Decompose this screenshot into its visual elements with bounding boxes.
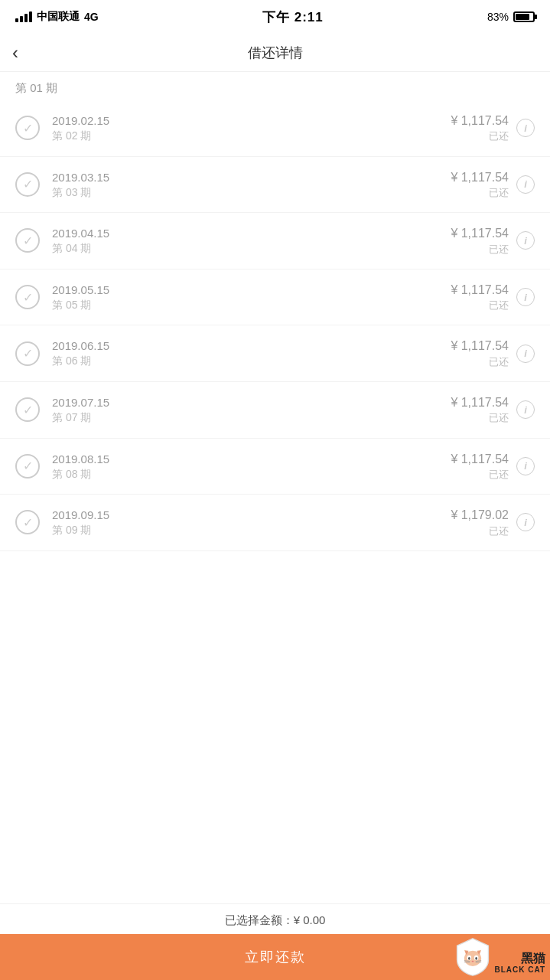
item-amount: ¥ 1,117.54 [451, 394, 509, 411]
item-status: 已还 [451, 355, 509, 369]
cat-english-label: BLACK CAT [494, 965, 545, 974]
item-amount-block: ¥ 1,117.54 已还 [451, 338, 509, 369]
checkmark-icon: ✓ [23, 346, 33, 361]
item-date: 2019.04.15 [52, 225, 451, 241]
item-status: 已还 [451, 186, 509, 200]
item-status: 已还 [451, 129, 509, 143]
item-right: ¥ 1,117.54 已还 i [451, 394, 535, 426]
item-amount-block: ¥ 1,117.54 已还 [451, 282, 509, 313]
item-status: 已还 [451, 299, 509, 312]
status-right: 83% [487, 11, 535, 23]
page-title: 借还详情 [248, 44, 303, 62]
check-circle: ✓ [15, 341, 40, 366]
item-status: 已还 [451, 524, 509, 538]
status-bar: 中国联通 4G 下午 2:11 83% [0, 0, 550, 34]
item-date: 2019.05.15 [52, 282, 451, 298]
checkmark-icon: ✓ [23, 290, 33, 305]
svg-point-7 [468, 957, 470, 960]
header: ‹ 借还详情 [0, 34, 550, 72]
item-info: 2019.02.15 第 02 期 [52, 113, 451, 144]
checkmark-icon: ✓ [23, 177, 33, 191]
checkmark-icon: ✓ [23, 121, 33, 136]
item-info: 2019.06.15 第 06 期 [52, 338, 451, 369]
info-icon[interactable]: i [516, 175, 535, 194]
list-item: ✓ 2019.03.15 第 03 期 ¥ 1,117.54 已还 i [0, 157, 550, 214]
item-amount-block: ¥ 1,117.54 已还 [451, 169, 509, 201]
item-period: 第 03 期 [52, 185, 451, 201]
battery-icon [513, 11, 535, 22]
item-right: ¥ 1,179.02 已还 i [451, 507, 535, 538]
item-date: 2019.06.15 [52, 338, 451, 354]
item-status: 已还 [451, 468, 509, 482]
info-icon[interactable]: i [516, 345, 535, 363]
item-period: 第 02 期 [52, 129, 451, 144]
check-circle: ✓ [15, 285, 40, 309]
item-amount: ¥ 1,117.54 [451, 451, 509, 468]
item-amount: ¥ 1,117.54 [451, 113, 509, 129]
item-amount: ¥ 1,117.54 [451, 169, 509, 186]
check-circle: ✓ [15, 454, 40, 479]
item-amount: ¥ 1,117.54 [451, 282, 509, 299]
selection-summary: 已选择金额：¥ 0.00 [0, 903, 550, 934]
checkmark-icon: ✓ [23, 234, 33, 248]
item-amount-block: ¥ 1,117.54 已还 [451, 394, 509, 426]
item-amount: ¥ 1,179.02 [451, 507, 509, 524]
item-info: 2019.09.15 第 09 期 [52, 507, 451, 538]
info-icon[interactable]: i [516, 119, 535, 137]
item-amount-block: ¥ 1,179.02 已还 [451, 507, 509, 538]
item-date: 2019.09.15 [52, 507, 451, 523]
list-item: ✓ 2019.07.15 第 07 期 ¥ 1,117.54 已还 i [0, 382, 550, 439]
item-date: 2019.02.15 [52, 113, 451, 129]
item-info: 2019.04.15 第 04 期 [52, 225, 451, 256]
item-amount: ¥ 1,117.54 [451, 338, 509, 354]
check-circle: ✓ [15, 172, 40, 197]
list-item: ✓ 2019.06.15 第 06 期 ¥ 1,117.54 已还 i [0, 325, 550, 382]
item-period: 第 05 期 [52, 298, 451, 313]
checkmark-icon: ✓ [23, 459, 33, 473]
item-date: 2019.07.15 [52, 394, 451, 410]
item-period: 第 06 期 [52, 354, 451, 369]
summary-label: 已选择金额： [225, 913, 294, 926]
item-right: ¥ 1,117.54 已还 i [451, 282, 535, 313]
summary-amount: ¥ 0.00 [294, 913, 326, 926]
item-right: ¥ 1,117.54 已还 i [451, 338, 535, 369]
loan-list: 第 01 期 ✓ 2019.02.15 第 02 期 ¥ 1,117.54 已还… [0, 72, 550, 643]
back-button[interactable]: ‹ [12, 42, 18, 64]
item-amount-block: ¥ 1,117.54 已还 [451, 113, 509, 144]
info-icon[interactable]: i [516, 231, 535, 250]
item-info: 2019.05.15 第 05 期 [52, 282, 451, 313]
item-status: 已还 [451, 243, 509, 256]
svg-point-9 [472, 961, 474, 962]
item-status: 已还 [451, 411, 509, 425]
battery-fill [516, 14, 529, 20]
list-item: ✓ 2019.09.15 第 09 期 ¥ 1,179.02 已还 i [0, 495, 550, 551]
info-icon[interactable]: i [516, 288, 535, 306]
item-period: 第 04 期 [52, 241, 451, 256]
signal-icon [15, 11, 32, 22]
top-period-label: 第 01 期 [0, 72, 550, 100]
svg-point-8 [476, 957, 478, 960]
list-item: ✓ 2019.08.15 第 08 期 ¥ 1,117.54 已还 i [0, 439, 550, 495]
item-right: ¥ 1,117.54 已还 i [451, 113, 535, 144]
check-circle: ✓ [15, 397, 40, 422]
checkmark-icon: ✓ [23, 515, 33, 530]
item-date: 2019.08.15 [52, 451, 451, 467]
item-period: 第 08 期 [52, 467, 451, 482]
check-circle: ✓ [15, 116, 40, 140]
cat-shield-icon [453, 937, 493, 977]
item-period: 第 07 期 [52, 410, 451, 426]
list-item: ✓ 2019.04.15 第 04 期 ¥ 1,117.54 已还 i [0, 213, 550, 270]
info-icon[interactable]: i [516, 513, 535, 531]
info-icon[interactable]: i [516, 400, 535, 419]
item-period: 第 09 期 [52, 523, 451, 538]
checkmark-icon: ✓ [23, 403, 33, 417]
carrier-label: 中国联通 [37, 10, 80, 24]
status-time: 下午 2:11 [262, 8, 324, 26]
item-amount-block: ¥ 1,117.54 已还 [451, 225, 509, 256]
item-info: 2019.07.15 第 07 期 [52, 394, 451, 426]
action-bar: 立即还款 黑猫 BLACK [0, 934, 550, 980]
item-amount: ¥ 1,117.54 [451, 225, 509, 242]
cat-chinese-label: 黑猫 [521, 952, 545, 965]
item-right: ¥ 1,117.54 已还 i [451, 225, 535, 256]
info-icon[interactable]: i [516, 457, 535, 475]
